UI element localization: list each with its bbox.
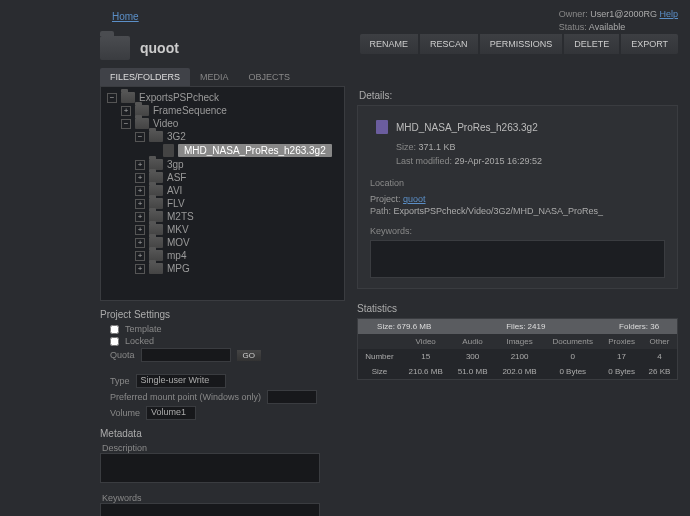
tree-item[interactable]: +ASF [103,171,342,184]
stat-size-header: Size: 679.6 MB [358,319,451,335]
tab-media[interactable]: MEDIA [190,68,239,86]
tree-item[interactable]: +M2TS [103,210,342,223]
stat-cell: 202.0 MB [495,364,545,380]
tree-item[interactable]: +MPG [103,262,342,275]
keywords-input[interactable] [100,503,320,516]
details-panel: MHD_NASA_ProRes_h263.3g2 Size: 371.1 KB … [357,105,678,289]
rename-button[interactable]: RENAME [360,34,419,54]
tree-item[interactable]: +MKV [103,223,342,236]
tree-toggle-icon[interactable]: + [135,238,145,248]
file-icon [163,144,174,157]
rescan-button[interactable]: RESCAN [420,34,478,54]
details-header: Details: [359,90,678,101]
stat-col [358,334,401,349]
owner-value: User1@2000RG [590,9,657,19]
stat-row-label: Number [358,349,401,364]
d-keywords-box[interactable] [370,240,665,278]
tree-toggle-icon[interactable]: + [135,173,145,183]
tree-toggle-icon[interactable]: + [121,106,131,116]
tree-item-label: ExportsPSPcheck [139,92,219,103]
tree-toggle-icon[interactable]: + [135,160,145,170]
folder-icon [149,131,163,142]
tree-item-label: 3G2 [167,131,186,142]
stat-folders-header: Folders: 36 [601,319,677,335]
tree-item-label: MPG [167,263,190,274]
tree-item-label: FrameSequence [153,105,227,116]
tree-item-label: 3gp [167,159,184,170]
stat-files-header: Files: 2419 [450,319,601,335]
project-settings-title: Project Settings [100,309,345,320]
stat-cell: 2100 [495,349,545,364]
location-label: Location [370,178,665,188]
volume-select[interactable]: Volume1 [146,406,196,420]
modified-label: Last modified: [396,156,452,166]
tree-toggle-icon[interactable]: − [121,119,131,129]
tree-item-label: Video [153,118,178,129]
tree-item[interactable]: +AVI [103,184,342,197]
tree-item[interactable]: −3G2 [103,130,342,143]
locked-checkbox[interactable] [110,337,119,346]
tree-item[interactable]: +MOV [103,236,342,249]
folder-icon [135,118,149,129]
size-value: 371.1 KB [419,142,456,152]
stat-col: Documents [544,334,601,349]
stat-col: Other [642,334,678,349]
help-link[interactable]: Help [659,9,678,19]
tree-item-label: FLV [167,198,185,209]
export-button[interactable]: EXPORT [621,34,678,54]
tree-item-label: MHD_NASA_ProRes_h263.3g2 [178,144,332,157]
stat-col: Audio [450,334,494,349]
quota-label: Quota [110,350,135,360]
file-tree[interactable]: − ExportsPSPcheck +FrameSequence−Video−3… [100,86,345,301]
quota-input[interactable] [141,348,231,362]
tree-toggle-icon[interactable]: − [107,93,117,103]
folder-icon [121,92,135,103]
statistics-table: Size: 679.6 MB Files: 2419 Folders: 36 V… [357,318,678,380]
path-label: Path: [370,206,391,216]
action-buttons: RENAME RESCAN PERMISSIONS DELETE EXPORT [360,34,678,54]
project-folder-icon [100,36,130,60]
tree-toggle-icon[interactable]: + [135,251,145,261]
tree-item-label: M2TS [167,211,194,222]
tree-toggle-icon[interactable]: + [135,186,145,196]
details-file-name: MHD_NASA_ProRes_h263.3g2 [396,122,538,133]
mount-select[interactable] [267,390,317,404]
type-select[interactable]: Single-user Write [136,374,226,388]
stat-cell: 17 [601,349,642,364]
status-label: Status: [559,22,587,32]
stat-cell: 210.6 MB [401,364,451,380]
tree-toggle-icon[interactable]: + [135,225,145,235]
modified-value: 29-Apr-2015 16:29:52 [455,156,543,166]
delete-button[interactable]: DELETE [564,34,619,54]
stat-cell: 15 [401,349,451,364]
tree-item-label: ASF [167,172,186,183]
stat-col: Proxies [601,334,642,349]
tab-objects[interactable]: OBJECTS [239,68,301,86]
tree-item[interactable]: +3gp [103,158,342,171]
locked-label: Locked [125,336,154,346]
tree-item[interactable]: +mp4 [103,249,342,262]
project-link[interactable]: quoot [403,194,426,204]
owner-label: Owner: [559,9,588,19]
tab-files-folders[interactable]: FILES/FOLDERS [100,68,190,86]
project-title: quoot [140,40,179,56]
permissions-button[interactable]: PERMISSIONS [480,34,563,54]
stat-cell: 0 [544,349,601,364]
path-value: ExportsPSPcheck/Video/3G2/MHD_NASA_ProRe… [394,206,603,216]
statistics-title: Statistics [357,303,678,314]
tree-toggle-icon[interactable]: + [135,264,145,274]
type-label: Type [110,376,130,386]
home-link[interactable]: Home [112,11,139,22]
description-input[interactable] [100,453,320,483]
tree-item-label: MOV [167,237,190,248]
tree-toggle-icon[interactable]: + [135,199,145,209]
tree-toggle-icon[interactable]: − [135,132,145,142]
tree-item[interactable]: +FLV [103,197,342,210]
tree-toggle-icon[interactable]: + [135,212,145,222]
tree-item-label: MKV [167,224,189,235]
tree-item-label: mp4 [167,250,186,261]
template-checkbox[interactable] [110,325,119,334]
tree-item[interactable]: −Video [103,117,342,130]
tree-item[interactable]: MHD_NASA_ProRes_h263.3g2 [103,143,342,158]
go-button[interactable]: GO [237,350,261,361]
